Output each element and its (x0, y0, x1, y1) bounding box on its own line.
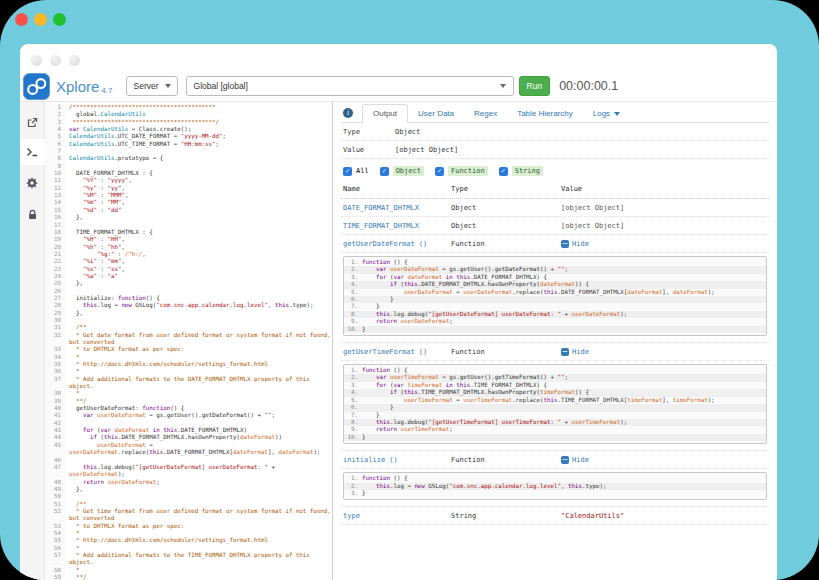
hide-toggle[interactable]: –Hide (561, 240, 769, 248)
line-code: CalendarUtils.UTC_DATE_FORMAT = "yyyy-MM… (65, 133, 332, 140)
xplore-window: Xplore 4.7 Server Global [global] Run 00… (20, 44, 777, 580)
line-code: this.log = new GSLog("com.snc.app.calend… (65, 302, 332, 309)
line-number: 16 (45, 214, 65, 221)
line-number: 22 (45, 258, 65, 265)
hide-toggle[interactable]: –Hide (561, 456, 769, 464)
editor-line: 30 (45, 317, 332, 324)
line-code: }, (65, 280, 332, 287)
source-line-code: return userTimeFormat; (362, 426, 766, 433)
maximize-window-icon[interactable] (53, 13, 66, 26)
line-code (65, 317, 332, 324)
line-number: 36 (45, 368, 65, 375)
line-number: 57 (45, 552, 65, 567)
close-window-icon[interactable] (15, 13, 28, 26)
property-name-link[interactable]: getUserDateFormat () (343, 240, 427, 248)
editor-line: 28 this.log = new GSLog("com.snc.app.cal… (45, 302, 332, 309)
property-name-link[interactable]: DATE_FORMAT_DHTMLX (343, 204, 419, 212)
source-line: 5. userTimeFormat = userTimeFormat.repla… (344, 397, 766, 404)
source-line-code: var userTimeFormat = gs.getUser().getTim… (362, 374, 766, 381)
code-editor[interactable]: 1/**************************************… (45, 102, 332, 580)
line-number: 14 (45, 199, 65, 206)
checkbox-icon[interactable]: ✓ (380, 167, 389, 176)
editor-line: 57 * Add additional formats to the TIME_… (45, 552, 332, 567)
property-name-link[interactable]: TIME_FORMAT_DHTMLX (343, 222, 419, 230)
function-source-block: 1.function () {2. this.log = new GSLog("… (343, 472, 767, 500)
line-code (65, 222, 332, 229)
tab-table-hierarchy[interactable]: Table Hierarchy (507, 105, 583, 122)
main-area: 1/**************************************… (20, 102, 777, 580)
hide-label: Hide (572, 348, 589, 356)
line-number: 12 (45, 185, 65, 192)
line-number: 25 (45, 280, 65, 287)
scope-select[interactable]: Global [global] (186, 76, 514, 96)
line-code: * (65, 567, 332, 574)
line-code: CalendarUtils.UTC_TIME_FORMAT = "HH:mm:s… (65, 141, 332, 148)
inner-close-icon[interactable] (31, 55, 42, 66)
line-number: 33 (45, 346, 65, 353)
tab-regex[interactable]: Regex (464, 105, 507, 122)
info-icon[interactable]: i (343, 108, 353, 118)
terminal-icon[interactable] (20, 139, 45, 165)
source-line: 5. userDateFormat = userDateFormat.repla… (344, 289, 766, 296)
open-in-new-icon[interactable] (20, 109, 45, 135)
source-line: 7. } (344, 303, 766, 310)
line-code: ****************************************… (65, 119, 332, 126)
source-line: 2. var userTimeFormat = gs.getUser().get… (344, 374, 766, 381)
source-line: 10.} (344, 326, 766, 333)
source-line-number: 9. (344, 318, 362, 325)
line-code: * Add additional formats to the DATE_FOR… (65, 376, 332, 391)
server-select[interactable]: Server (126, 76, 177, 96)
property-name-link[interactable]: initialize () (343, 456, 398, 464)
property-type: Object (451, 222, 561, 230)
editor-line: 25 }, (45, 280, 332, 287)
line-code: if (this.DATE_FORMAT_DHTMLX.hasOwnProper… (65, 434, 332, 441)
line-code: }, (65, 310, 332, 317)
source-line-number: 2. (344, 483, 362, 490)
gear-icon[interactable] (20, 170, 45, 196)
source-line-number: 6. (344, 404, 362, 411)
minimize-window-icon[interactable] (34, 13, 47, 26)
property-name-link[interactable]: type (343, 512, 360, 520)
tab-logs[interactable]: Logs (583, 105, 630, 122)
line-code: "%g:" : /^h:/, (65, 251, 332, 258)
editor-line: 12 "%y" : "yy", (45, 185, 332, 192)
inner-minimize-icon[interactable] (50, 55, 61, 66)
checkbox-icon[interactable]: ✓ (343, 167, 352, 176)
lock-icon[interactable] (20, 201, 45, 227)
inner-maximize-icon[interactable] (69, 55, 80, 66)
filter-string[interactable]: ✓String (499, 166, 543, 176)
checkbox-icon[interactable]: ✓ (499, 167, 508, 176)
toolbar: Xplore 4.7 Server Global [global] Run 00… (20, 71, 777, 102)
line-number: 10 (45, 170, 65, 177)
source-line-number: 4. (344, 389, 362, 396)
line-code: this.log.debug("[getUserDateFormat] user… (65, 464, 332, 479)
line-number: 21 (45, 251, 65, 258)
filter-object[interactable]: ✓Object (380, 166, 424, 176)
line-code: }, (65, 486, 332, 493)
tab-output[interactable]: Output (362, 104, 408, 123)
line-code (65, 420, 332, 427)
source-line: 2. this.log = new GSLog("com.snc.app.cal… (344, 483, 766, 490)
table-row: typeString"CalendarUtils" (341, 507, 769, 525)
source-line: 6. } (344, 404, 766, 411)
checkbox-icon[interactable]: ✓ (435, 167, 444, 176)
property-name-link[interactable]: getUserTimeFormat () (343, 348, 427, 356)
source-line-number: 2. (344, 374, 362, 381)
filter-all[interactable]: ✓All (343, 167, 369, 176)
line-number: 6 (45, 141, 65, 148)
source-line-code: } (362, 404, 766, 411)
source-line: 8. this.log.debug("[getUserTimeFormat] u… (344, 419, 766, 426)
editor-line: 11 "%Y" : "yyyy", (45, 177, 332, 184)
line-number: 23 (45, 266, 65, 273)
filter-function[interactable]: ✓Function (435, 166, 488, 176)
tab-user-data[interactable]: User Data (408, 105, 464, 122)
hide-toggle[interactable]: –Hide (561, 348, 769, 356)
run-button[interactable]: Run (519, 76, 551, 96)
line-code: for (var dateFormat in this.DATE_FORMAT_… (65, 427, 332, 434)
source-line-number: 2. (344, 266, 362, 273)
editor-line: 19 "%H" : "HH", (45, 236, 332, 243)
editor-line: 33 * to DHTMLX format as per spec: (45, 346, 332, 353)
line-code: "%Y" : "yyyy", (65, 177, 332, 184)
filter-label: All (356, 167, 369, 175)
line-number: 1 (45, 104, 65, 111)
